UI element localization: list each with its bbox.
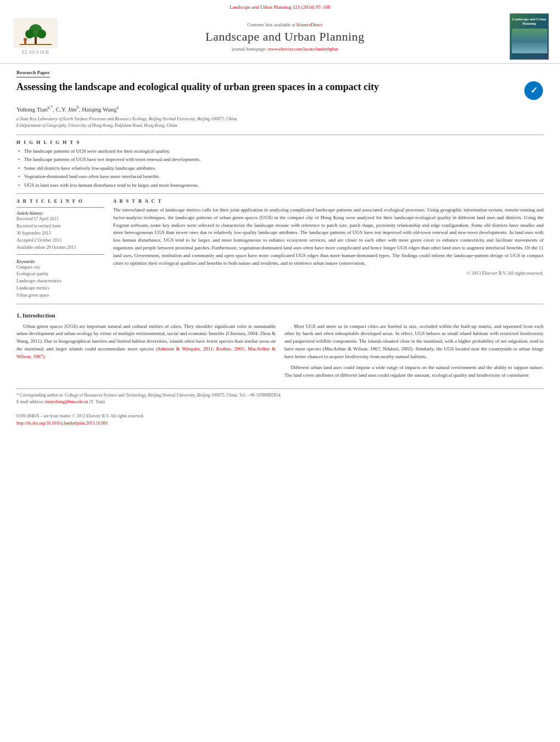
footnote-email[interactable]: tianyuhong@bnu.edu.cn bbox=[45, 399, 88, 404]
svg-point-4 bbox=[37, 30, 46, 38]
author-wang-sup: a bbox=[117, 105, 119, 110]
doi-line: Landscape and Urban Planning 121 (2014) … bbox=[11, 4, 549, 10]
author-tian-sup: a,* bbox=[48, 105, 53, 110]
article-info-col: A R T I C L E I N F O Article history: R… bbox=[16, 198, 104, 299]
keyword-4: Landscape metrics bbox=[16, 285, 104, 292]
bottom-bar: 0169-2046/$ – see front matter © 2013 El… bbox=[16, 413, 544, 427]
article-info-abstract: A R T I C L E I N F O Article history: R… bbox=[16, 198, 544, 299]
intro-p1: Urban green spaces (UGS) are important n… bbox=[16, 323, 276, 361]
cover-landscape-image bbox=[512, 29, 547, 53]
keywords-label: Keywords: bbox=[16, 259, 104, 264]
footnote-email-suffix: (Y. Tian). bbox=[89, 399, 105, 404]
keyword-1: Compact city bbox=[16, 264, 104, 271]
elsevier-logo-image bbox=[14, 18, 58, 48]
crossmark-badge: ✓ bbox=[524, 81, 544, 101]
cover-title: Landscape and Urban Planning bbox=[512, 17, 546, 26]
article-info-heading: A R T I C L E I N F O bbox=[16, 198, 104, 204]
elsevier-text: ELSEVIER bbox=[22, 49, 50, 55]
highlights-heading: H I G H L I G H T S bbox=[16, 140, 544, 145]
keyword-2: Ecological quality bbox=[16, 271, 104, 278]
intro-col2: . Most UGS and more so in compact cities… bbox=[284, 323, 544, 383]
keywords-section: Keywords: Compact city Ecological qualit… bbox=[16, 259, 104, 299]
article-content: Research Paper Assessing the landscape a… bbox=[0, 64, 560, 433]
svg-point-3 bbox=[25, 30, 34, 38]
info-divider bbox=[16, 207, 104, 208]
keywords-divider bbox=[16, 254, 104, 255]
issn-line: 0169-2046/$ – see front matter © 2013 El… bbox=[16, 413, 544, 420]
science-direct-link[interactable]: ScienceDirect bbox=[296, 22, 323, 27]
section-type-label: Research Paper bbox=[16, 70, 50, 77]
science-direct-line: Contents lists available at ScienceDirec… bbox=[60, 22, 509, 27]
email-label: E-mail address: bbox=[16, 399, 44, 404]
journal-homepage: journal homepage: www.elsevier.com/locat… bbox=[60, 46, 509, 52]
divider-3 bbox=[16, 304, 544, 304]
received-revised-date: 30 September 2013 bbox=[16, 230, 104, 236]
abstract-text: The interrelated nature of landscape met… bbox=[113, 207, 544, 268]
affiliation-b: b Department of Geography, University of… bbox=[16, 122, 544, 129]
affiliation-a: a State Key Laboratory of Earth Surface … bbox=[16, 116, 544, 122]
svg-rect-7 bbox=[24, 41, 26, 44]
intro-heading: 1. Introduction bbox=[16, 312, 544, 319]
footnote-text: * Corresponding author at: College of Re… bbox=[16, 392, 544, 405]
journal-cover-image: Landscape and Urban Planning bbox=[509, 13, 549, 60]
footnote-star-note: * Corresponding author at: College of Re… bbox=[16, 393, 281, 398]
article-title-row: Assessing the landscape and ecological q… bbox=[16, 81, 544, 101]
science-direct-text: Contents lists available at bbox=[248, 22, 295, 27]
abstract-heading: A B S T R A C T bbox=[113, 198, 544, 204]
highlight-item: Vegetation-dominated land uses often hav… bbox=[16, 173, 544, 180]
article-history: Article history: Received 17 April 2013 … bbox=[16, 211, 104, 251]
highlight-item: Some old districts have relatively low-q… bbox=[16, 165, 544, 172]
highlight-item: The landscape patterns of UGS were analy… bbox=[16, 148, 544, 155]
journal-title-center: Contents lists available at ScienceDirec… bbox=[60, 22, 509, 52]
journal-name: Landscape and Urban Planning bbox=[60, 30, 509, 44]
keyword-5: Urban green space bbox=[16, 292, 104, 299]
copyright-line: © 2013 Elsevier B.V. All rights reserved… bbox=[113, 270, 544, 276]
header-main: ELSEVIER Contents lists available at Sci… bbox=[11, 13, 549, 60]
svg-point-6 bbox=[24, 38, 27, 41]
doi-text: Landscape and Urban Planning 121 (2014) … bbox=[229, 4, 331, 10]
footnote-section: * Corresponding author at: College of Re… bbox=[16, 388, 544, 405]
authors: Yuhong Tiana,*, C.Y. Jimb, Haiqing Wanga bbox=[16, 105, 544, 113]
divider-2 bbox=[16, 193, 544, 194]
page: Landscape and Urban Planning 121 (2014) … bbox=[0, 0, 560, 742]
journal-header: Landscape and Urban Planning 121 (2014) … bbox=[0, 0, 560, 64]
abstract-col: A B S T R A C T The interrelated nature … bbox=[113, 198, 544, 299]
journal-homepage-link[interactable]: www.elsevier.com/locate/landurbplan bbox=[268, 46, 338, 52]
intro-body: Urban green spaces (UGS) are important n… bbox=[16, 323, 544, 383]
doi-link[interactable]: http://dx.doi.org/10.1016/j.landurbplan.… bbox=[16, 421, 108, 426]
author-jim-sup: b bbox=[77, 105, 79, 110]
author-tian: Yuhong Tian bbox=[16, 106, 48, 113]
homepage-text: journal homepage: bbox=[232, 46, 267, 52]
accepted-date: Accepted 2 October 2013 bbox=[16, 237, 104, 243]
introduction-section: 1. Introduction Urban green spaces (UGS)… bbox=[16, 312, 544, 383]
received-revised-label: Received in revised form bbox=[16, 223, 104, 229]
divider-1 bbox=[16, 135, 544, 135]
intro-col2-p2: Different urban land uses could impose a… bbox=[284, 364, 544, 380]
received-date: Received 17 April 2013 bbox=[16, 216, 104, 222]
history-label: Article history: bbox=[16, 211, 104, 216]
intro-col2-p1: . Most UGS and more so in compact cities… bbox=[284, 323, 544, 361]
keyword-3: Landscape characteristics bbox=[16, 278, 104, 285]
available-date: Available online 29 October 2013 bbox=[16, 244, 104, 250]
svg-text:✓: ✓ bbox=[530, 86, 537, 95]
highlight-item: The landscape patterns of UGS have not i… bbox=[16, 156, 544, 163]
article-title: Assessing the landscape and ecological q… bbox=[16, 81, 518, 93]
intro-col1: Urban green spaces (UGS) are important n… bbox=[16, 323, 276, 383]
highlight-item: UGS in land uses with less human disturb… bbox=[16, 182, 544, 189]
elsevier-logo: ELSEVIER bbox=[11, 18, 60, 55]
highlights-list: The landscape patterns of UGS were analy… bbox=[16, 148, 544, 189]
affiliations: a State Key Laboratory of Earth Surface … bbox=[16, 116, 544, 129]
